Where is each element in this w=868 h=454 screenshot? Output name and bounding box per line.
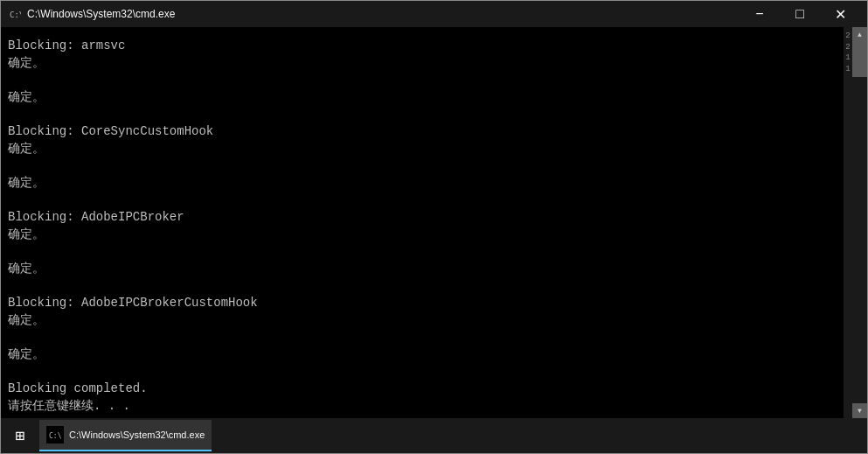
scroll-up-button[interactable]: ▲ bbox=[852, 27, 867, 42]
console-line: 确定。 bbox=[8, 261, 837, 278]
scroll-thumb[interactable] bbox=[852, 42, 867, 77]
taskbar-item[interactable]: C:\ C:\Windows\System32\cmd.exe bbox=[39, 420, 212, 451]
console-line bbox=[8, 277, 837, 295]
restore-button[interactable]: □ bbox=[780, 1, 820, 27]
scroll-down-button[interactable]: ▼ bbox=[852, 403, 867, 418]
start-button[interactable]: ⊞ bbox=[4, 420, 36, 451]
scroll-track[interactable] bbox=[852, 42, 867, 403]
side-num-2: 2 bbox=[845, 42, 850, 53]
svg-text:C:\: C:\ bbox=[49, 432, 62, 440]
console-line: 确定。 bbox=[8, 227, 837, 244]
console-line bbox=[8, 157, 837, 175]
console-line: Blocking completed. bbox=[8, 381, 837, 398]
console-line: 确定。 bbox=[8, 141, 837, 158]
svg-text:C:\: C:\ bbox=[10, 10, 21, 19]
console-line: 确定。 bbox=[8, 89, 837, 107]
taskbar-item-icon: C:\ bbox=[46, 426, 64, 444]
side-numbers: 2 2 1 1 bbox=[844, 27, 852, 418]
console-line bbox=[8, 192, 837, 210]
title-text: C:\Windows\System32\cmd.exe bbox=[27, 8, 175, 20]
taskbar-item-label: C:\Windows\System32\cmd.exe bbox=[69, 430, 205, 440]
title-bar-controls: − □ ✕ bbox=[740, 1, 860, 27]
console-line: 确定。 bbox=[8, 346, 837, 364]
console-line: Blocking: AdobeIPCBroker bbox=[8, 209, 837, 227]
console-line: 确定。 bbox=[8, 55, 837, 73]
title-bar: C:\ C:\Windows\System32\cmd.exe − □ ✕ bbox=[1, 1, 867, 27]
title-bar-left: C:\ C:\Windows\System32\cmd.exe bbox=[8, 7, 175, 21]
console-line bbox=[8, 329, 837, 346]
console-area: 确定。 Blocking: AdobeARMHelper确定。 确定。 Bloc… bbox=[1, 27, 867, 418]
console-line: 确定。 bbox=[8, 175, 837, 192]
side-num-3: 1 bbox=[845, 52, 850, 64]
console-content[interactable]: 确定。 Blocking: AdobeARMHelper确定。 确定。 Bloc… bbox=[1, 27, 844, 418]
scrollbar: ▲ ▼ bbox=[852, 27, 867, 418]
side-num-4: 1 bbox=[845, 64, 850, 75]
console-line: 确定。 bbox=[8, 312, 837, 330]
console-line bbox=[8, 27, 837, 38]
console-line bbox=[8, 243, 837, 261]
side-num-1: 2 bbox=[845, 31, 850, 42]
cmd-icon: C:\ bbox=[8, 7, 22, 21]
console-line: 请按任意键继续. . . bbox=[8, 398, 837, 416]
minimize-button[interactable]: − bbox=[740, 1, 780, 27]
window: C:\ C:\Windows\System32\cmd.exe − □ ✕ 确定… bbox=[0, 0, 868, 454]
close-button[interactable]: ✕ bbox=[820, 1, 860, 27]
console-line bbox=[8, 72, 837, 89]
console-line: Blocking: AdobeIPCBrokerCustomHook bbox=[8, 295, 837, 312]
console-line bbox=[8, 363, 837, 381]
console-line: Blocking: armsvc bbox=[8, 38, 837, 55]
console-line: Blocking: CoreSyncCustomHook bbox=[8, 123, 837, 141]
taskbar: ⊞ C:\ C:\Windows\System32\cmd.exe bbox=[1, 418, 867, 453]
console-line bbox=[8, 107, 837, 124]
